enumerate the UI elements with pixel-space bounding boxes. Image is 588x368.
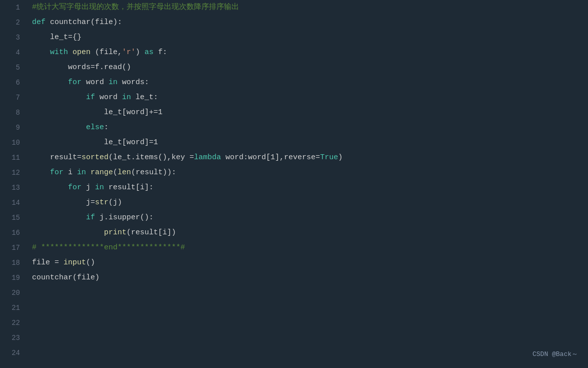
token-plain: word [82,78,108,87]
token-builtin: input [64,258,86,267]
token-plain: le_t[word]+=1 [32,108,162,117]
token-plain: result= [32,153,82,162]
line-number: 12 [4,165,20,180]
code-line: for j in result[i]: [32,180,580,195]
token-builtin: sorted [82,153,108,162]
token-plain: ) [338,153,342,162]
watermark: CSDN @Back～ [532,347,578,362]
code-line: for i in range(len(result)): [32,165,580,180]
line-number: 23 [4,330,20,345]
line-number: 9 [4,120,20,135]
token-plain: countchar(file) [32,273,100,282]
code-area[interactable]: #统计大写字母出现的次数，并按照字母出现次数降序排序输出def countcha… [24,0,588,368]
token-plain: (file, [90,48,122,57]
token-keyword: in [122,93,131,102]
token-builtin: len [118,168,131,177]
token-plain: f: [154,48,167,57]
token-keyword: in [95,183,104,192]
token-plain: i [64,168,77,177]
token-keyword: for [68,183,82,192]
code-line: countchar(file) [32,270,580,285]
token-keyword: True [320,153,338,162]
line-number: 22 [4,315,20,330]
token-plain: ) [136,48,144,57]
line-number: 18 [4,255,20,270]
token-builtin: open [72,48,90,57]
token-plain: j [82,183,95,192]
token-plain: (result)): [131,168,176,177]
token-comment: # **************end**************# [32,243,185,252]
line-number: 11 [4,150,20,165]
line-number: 10 [4,135,20,150]
token-plain: words: [118,78,149,87]
code-line: le_t[word]+=1 [32,105,580,120]
token-keyword: in [77,168,86,177]
token-builtin: print [104,228,126,237]
token-plain [32,78,68,87]
token-plain: le_t: [131,93,158,102]
line-number: 14 [4,195,20,210]
token-plain: j.isupper(): [95,213,154,222]
token-plain [32,228,104,237]
token-keyword: in [108,78,118,87]
token-keyword: if [86,213,95,222]
line-number: 4 [4,45,20,60]
code-line: result=sorted(le_t.items(),key =lambda w… [32,150,580,165]
code-line: else: [32,120,580,135]
token-keyword: else [86,123,104,132]
token-keyword: if [86,93,95,102]
line-number: 16 [4,225,20,240]
token-plain: (le_t.items(),key = [108,153,194,162]
line-numbers: 123456789101112131415161718192021222324 [0,0,24,368]
code-line: def countchar(file): [32,15,580,30]
line-number: 3 [4,30,20,45]
token-plain: file = [32,258,64,267]
token-plain: : [104,123,108,132]
token-plain [32,123,86,132]
token-plain: result[i]: [104,183,154,192]
code-line: #统计大写字母出现的次数，并按照字母出现次数降序排序输出 [32,0,580,15]
token-plain: (j) [108,198,122,207]
token-builtin: str [95,198,108,207]
token-keyword: def [32,18,46,27]
token-plain [32,168,50,177]
token-plain: word:word[1],reverse= [221,153,320,162]
token-plain: countchar(file): [46,18,122,27]
line-number: 15 [4,210,20,225]
token-keyword: for [50,168,64,177]
token-plain [86,168,90,177]
token-plain [32,213,86,222]
token-plain [68,48,72,57]
line-number: 5 [4,60,20,75]
line-number: 2 [4,15,20,30]
line-number: 8 [4,105,20,120]
token-comment: #统计大写字母出现的次数，并按照字母出现次数降序排序输出 [32,3,239,12]
token-plain: le_t[word]=1 [32,138,158,147]
code-line: if word in le_t: [32,90,580,105]
token-plain: words=f.read() [32,63,131,72]
token-keyword: as [144,48,154,57]
line-number: 6 [4,75,20,90]
token-keyword: lambda [194,153,221,162]
code-line: file = input() [32,255,580,270]
code-line: print(result[i]) [32,225,580,240]
token-plain: j= [32,198,95,207]
code-editor: 123456789101112131415161718192021222324 … [0,0,588,368]
token-plain [32,93,86,102]
line-number: 7 [4,90,20,105]
token-plain [32,183,68,192]
code-line: # **************end**************# [32,240,580,255]
code-line: le_t={} [32,30,580,45]
token-plain: (result[i]) [126,228,176,237]
token-plain: word [95,93,122,102]
token-builtin: range [90,168,113,177]
token-plain: ( [113,168,118,177]
token-plain [32,48,50,57]
token-plain: le_t={} [32,33,82,42]
code-line: with open (file,'r') as f: [32,45,580,60]
line-number: 17 [4,240,20,255]
code-line: if j.isupper(): [32,210,580,225]
token-keyword: with [50,48,68,57]
line-number: 13 [4,180,20,195]
line-number: 20 [4,285,20,300]
